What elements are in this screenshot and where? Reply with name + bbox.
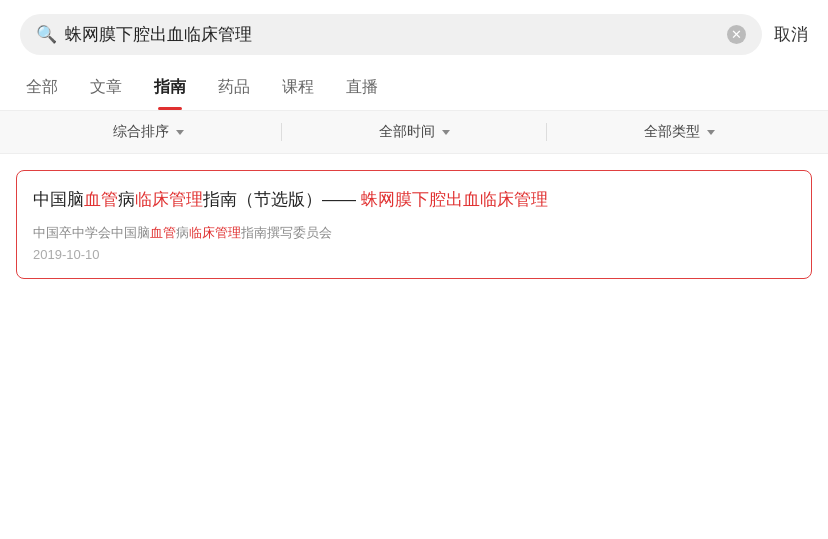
meta-part-0: 中国卒中学会中国脑 bbox=[33, 225, 150, 240]
filter-time-label: 全部时间 bbox=[379, 123, 435, 141]
title-part-3: 临床管理 bbox=[135, 190, 203, 209]
tab-live[interactable]: 直播 bbox=[330, 65, 394, 110]
result-title-0: 中国脑血管病临床管理指南（节选版）—— 蛛网膜下腔出血临床管理 bbox=[33, 187, 795, 213]
chevron-down-icon bbox=[176, 130, 184, 135]
filter-type-label: 全部类型 bbox=[644, 123, 700, 141]
title-part-5: 蛛网膜下腔出血临床管理 bbox=[361, 190, 548, 209]
result-date-0: 2019-10-10 bbox=[33, 247, 795, 262]
clear-button[interactable]: ✕ bbox=[727, 25, 746, 44]
meta-part-4: 指南撰写委员会 bbox=[241, 225, 332, 240]
title-part-1: 血管 bbox=[84, 190, 118, 209]
cancel-button[interactable]: 取消 bbox=[774, 23, 808, 46]
filter-row: 综合排序 全部时间 全部类型 bbox=[0, 111, 828, 154]
meta-part-3: 临床管理 bbox=[189, 225, 241, 240]
tabs-bar: 全部 文章 指南 药品 课程 直播 bbox=[0, 65, 828, 111]
chevron-down-icon-3 bbox=[707, 130, 715, 135]
filter-sort-label: 综合排序 bbox=[113, 123, 169, 141]
tab-all[interactable]: 全部 bbox=[10, 65, 74, 110]
filter-type[interactable]: 全部类型 bbox=[547, 123, 812, 141]
tab-medicine[interactable]: 药品 bbox=[202, 65, 266, 110]
meta-part-1: 血管 bbox=[150, 225, 176, 240]
result-card-0[interactable]: 中国脑血管病临床管理指南（节选版）—— 蛛网膜下腔出血临床管理 中国卒中学会中国… bbox=[16, 170, 812, 279]
title-part-4: 指南（节选版）—— bbox=[203, 190, 361, 209]
filter-sort[interactable]: 综合排序 bbox=[16, 123, 281, 141]
filter-time[interactable]: 全部时间 bbox=[282, 123, 547, 141]
search-bar-inner[interactable]: 🔍 蛛网膜下腔出血临床管理 ✕ bbox=[20, 14, 762, 55]
search-icon: 🔍 bbox=[36, 24, 57, 45]
tab-guide[interactable]: 指南 bbox=[138, 65, 202, 110]
title-part-0: 中国脑 bbox=[33, 190, 84, 209]
result-meta-0: 中国卒中学会中国脑血管病临床管理指南撰写委员会 bbox=[33, 223, 795, 244]
meta-part-2: 病 bbox=[176, 225, 189, 240]
tab-article[interactable]: 文章 bbox=[74, 65, 138, 110]
results-area: 中国脑血管病临床管理指南（节选版）—— 蛛网膜下腔出血临床管理 中国卒中学会中国… bbox=[0, 154, 828, 295]
title-part-2: 病 bbox=[118, 190, 135, 209]
tab-course[interactable]: 课程 bbox=[266, 65, 330, 110]
search-text[interactable]: 蛛网膜下腔出血临床管理 bbox=[65, 23, 719, 46]
chevron-down-icon-2 bbox=[442, 130, 450, 135]
search-bar-container: 🔍 蛛网膜下腔出血临床管理 ✕ 取消 bbox=[0, 0, 828, 65]
